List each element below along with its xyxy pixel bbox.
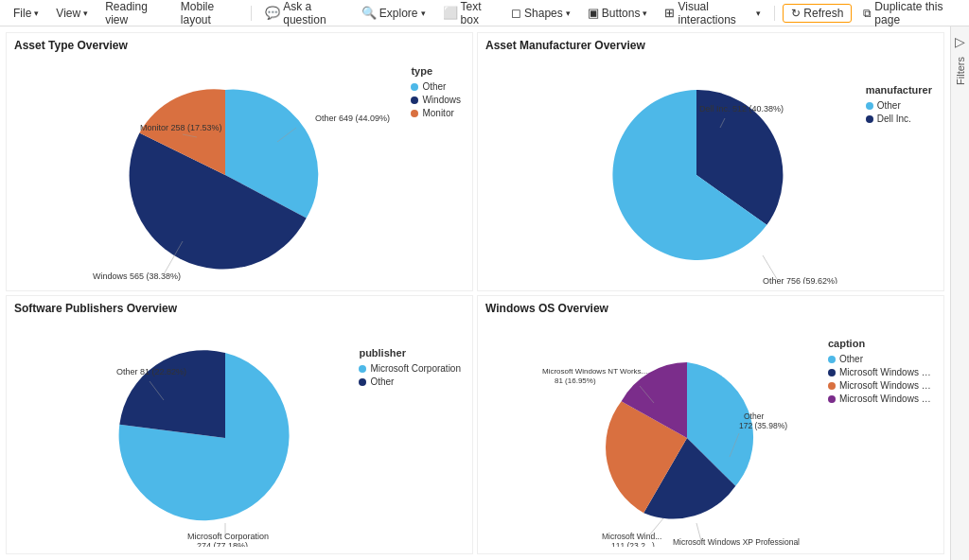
refresh-button[interactable]: ↻ Refresh — [783, 4, 852, 23]
visual-interactions-btn[interactable]: ⊞ Visual interactions ▾ — [659, 0, 766, 28]
os-other-dot — [828, 356, 836, 363]
ask-question-btn[interactable]: 💬 Ask a question — [259, 0, 350, 28]
windows-os-chart-area: Other 172 (35.98%) Microsoft Windows NT … — [485, 319, 936, 548]
text-box-btn[interactable]: ⬜ Text box — [437, 0, 501, 28]
microsoft-label2: 274 (77.18%) — [197, 541, 248, 547]
nt-top-count: 81 (16.95%) — [555, 376, 596, 385]
explore-btn[interactable]: 🔍 Explore ▾ — [356, 4, 432, 22]
shapes-icon: ◻ — [511, 6, 521, 20]
legend-win7: Microsoft Windows 7 Prof... — [828, 380, 934, 391]
dell-label: Dell Inc. 512 (40.38%) — [699, 104, 784, 114]
toolbar: File ▾ View ▾ Reading view Mobile layout… — [0, 0, 969, 26]
legend-dell: Dell Inc. — [866, 114, 932, 124]
os-other-label2: 172 (35.98%) — [739, 421, 787, 430]
win7-label: Microsoft Wind... — [602, 532, 661, 541]
file-menu[interactable]: File ▾ — [8, 5, 44, 22]
text-box-label: Text box — [461, 0, 495, 26]
windows-os-title: Windows OS Overview — [485, 302, 936, 315]
reading-view-label: Reading view — [105, 0, 164, 26]
legend-xp: Microsoft Windows XP Pro... — [828, 367, 934, 377]
mfr-other-dot — [866, 102, 873, 110]
buttons-label: Buttons — [602, 7, 641, 20]
nt-top-label: Microsoft Windows NT Works... — [542, 367, 647, 376]
buttons-btn[interactable]: ▣ Buttons ▾ — [582, 4, 654, 22]
asset-mfr-legend: manufacturer Other Dell Inc. — [866, 84, 932, 124]
filters-label[interactable]: Filters — [955, 57, 966, 85]
sep1 — [251, 6, 252, 21]
os-other-label1: Other — [744, 411, 764, 421]
software-publishers-chart-area: Other 81 (22.82%) Microsoft Corporation … — [14, 319, 465, 548]
windows-os-panel: Windows OS Overview — [477, 295, 944, 554]
refresh-label: Refresh — [803, 7, 843, 20]
mobile-layout-btn[interactable]: Mobile layout — [175, 0, 244, 28]
mobile-layout-label: Mobile layout — [181, 0, 238, 26]
windows-dot — [411, 96, 418, 104]
asset-manufacturer-panel: Asset Manufacturer Overview Dell Inc. 51… — [477, 32, 944, 291]
buttons-chevron: ▾ — [643, 9, 647, 18]
explore-label: Explore — [379, 7, 418, 20]
microsoft-dot — [359, 365, 366, 373]
other-dot — [411, 83, 418, 91]
win7-dot — [828, 382, 836, 390]
asset-type-legend: type Other Windows Monitor — [411, 65, 461, 118]
dell-dot — [866, 115, 873, 123]
monitor-dot — [411, 110, 418, 117]
legend-nt: Microsoft Windows NT W... — [828, 394, 934, 404]
windows-label: Windows 565 (38.38%) — [93, 271, 181, 281]
charts-grid: Asset Type Overview Other 649 (44.09%) M… — [0, 26, 950, 560]
right-sidebar: ▷ Filters — [950, 26, 969, 560]
xp-label: Microsoft Windows XP Professional — [673, 537, 800, 547]
visual-chevron: ▾ — [756, 9, 761, 18]
asset-type-legend-title: type — [411, 65, 461, 77]
xp-dot — [828, 369, 836, 376]
ask-question-label: Ask a question — [283, 0, 344, 26]
pub-other-dot — [359, 378, 366, 386]
shapes-btn[interactable]: ◻ Shapes ▾ — [505, 4, 576, 22]
software-publishers-title: Software Publishers Overview — [14, 302, 465, 315]
legend-monitor: Monitor — [411, 108, 461, 118]
pub-legend-title: publisher — [359, 347, 461, 359]
shapes-label: Shapes — [524, 7, 563, 20]
pub-other-label: Other 81 (22.82%) — [116, 367, 186, 376]
software-publishers-svg: Other 81 (22.82%) Microsoft Corporation … — [88, 320, 391, 547]
asset-type-title: Asset Type Overview — [14, 39, 465, 52]
ask-icon: 💬 — [265, 6, 280, 20]
legend-os-other: Other — [828, 354, 934, 364]
os-legend-title: caption — [828, 338, 934, 349]
reading-view-btn[interactable]: Reading view — [99, 0, 169, 28]
mfr-legend-title: manufacturer — [866, 84, 932, 96]
asset-manufacturer-title: Asset Manufacturer Overview — [485, 39, 936, 52]
other-text: Other — [422, 81, 446, 92]
pub-other-text: Other — [370, 376, 394, 387]
other-label: Other 649 (44.09%) — [315, 114, 390, 123]
sep2 — [774, 6, 775, 21]
view-chevron: ▾ — [83, 9, 88, 18]
shapes-chevron: ▾ — [566, 9, 571, 18]
legend-microsoft: Microsoft Corporation — [359, 363, 461, 374]
funnel-icon: ▷ — [955, 34, 965, 49]
file-label: File — [13, 7, 31, 20]
textbox-icon: ⬜ — [443, 6, 458, 20]
legend-mfr-other: Other — [866, 100, 932, 111]
buttons-icon: ▣ — [588, 6, 599, 20]
duplicate-btn[interactable]: ⧉ Duplicate this page — [857, 0, 961, 28]
refresh-icon: ↻ — [791, 7, 801, 20]
windows-os-legend: caption Other Microsoft Windows XP Pro..… — [828, 338, 934, 404]
nt-dot — [828, 395, 836, 403]
view-menu[interactable]: View ▾ — [50, 5, 94, 22]
software-pub-legend: publisher Microsoft Corporation Other — [359, 347, 461, 387]
asset-manufacturer-svg: Dell Inc. 512 (40.38%) Other 756 (59.62%… — [559, 57, 862, 284]
asset-manufacturer-chart-area: Dell Inc. 512 (40.38%) Other 756 (59.62%… — [485, 56, 936, 285]
explore-chevron: ▾ — [421, 9, 426, 18]
visual-interactions-label: Visual interactions — [678, 0, 753, 26]
duplicate-label: Duplicate this page — [874, 0, 956, 26]
view-label: View — [56, 7, 80, 20]
microsoft-text: Microsoft Corporation — [370, 363, 461, 374]
win7-count: 111 (23.2...) — [611, 541, 655, 547]
xp-text: Microsoft Windows XP Pro... — [839, 367, 934, 377]
legend-pub-other: Other — [359, 376, 461, 387]
microsoft-label1: Microsoft Corporation — [187, 532, 269, 541]
legend-windows: Windows — [411, 95, 461, 105]
mfr-other-text: Other — [877, 100, 901, 111]
dell-text: Dell Inc. — [877, 114, 911, 124]
